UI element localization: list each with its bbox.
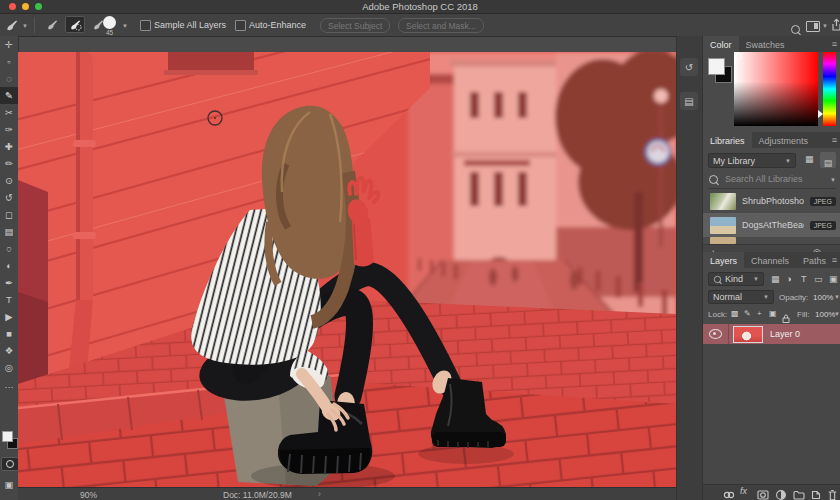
color-panel-menu-icon[interactable]: ≡	[832, 39, 837, 49]
history-panel-icon[interactable]: ↺	[680, 58, 698, 76]
panel-column: Color Swatches ≡ Libraries Adjustments ≡…	[702, 36, 840, 500]
layers-footer: fx	[703, 484, 840, 500]
library-item-type-badge: JPEG	[810, 221, 836, 230]
zoom-level-field[interactable]: 90%	[80, 490, 97, 500]
zoom-tool[interactable]: ◎	[0, 359, 18, 376]
dodge-tool[interactable]: ◐	[0, 257, 18, 274]
lock-paint-icon[interactable]: ✎	[744, 309, 751, 318]
gradient-tool[interactable]: ▤	[0, 223, 18, 240]
list-view-icon[interactable]: ▤	[820, 152, 836, 168]
tab-libraries[interactable]: Libraries	[703, 132, 752, 148]
grid-view-icon[interactable]: ▦	[805, 154, 814, 164]
status-bar: 90% Doc: 11.0M/20.9M ›	[18, 487, 676, 500]
eraser-tool[interactable]: ◻	[0, 206, 18, 223]
tab-layers[interactable]: Layers	[703, 252, 744, 268]
delete-layer-trash-icon[interactable]	[827, 487, 838, 500]
new-layer-icon[interactable]	[810, 487, 822, 500]
filter-shape-layers-icon[interactable]: ▭	[814, 274, 823, 284]
lock-move-icon[interactable]: +	[757, 309, 762, 318]
new-group-folder-icon[interactable]	[793, 487, 805, 500]
tool-preset-icon[interactable]	[5, 18, 19, 36]
add-to-selection-button[interactable]	[65, 16, 85, 33]
filter-adjustment-layers-icon[interactable]: ◑	[786, 274, 791, 284]
library-item-name: DogsAtTheBeach	[742, 220, 804, 230]
hand-tool[interactable]: ❖	[0, 342, 18, 359]
quick-mask-mode-button[interactable]	[1, 457, 19, 471]
color-field[interactable]	[734, 52, 818, 126]
tab-adjustments[interactable]: Adjustments	[752, 132, 816, 148]
filter-smart-objects-icon[interactable]: ▣	[829, 274, 838, 284]
layer-row-layer0[interactable]: Layer 0	[703, 324, 840, 344]
library-item-partial-thumbnail[interactable]	[710, 237, 736, 244]
foreground-color-swatch[interactable]	[2, 431, 13, 442]
properties-panel-icon[interactable]: ▤	[680, 92, 698, 110]
libraries-panel-menu-icon[interactable]: ≡	[832, 135, 837, 145]
tools-list: ✛▫◌✎✂✑✚✏⊙↺◻▤○◐✒T▶■❖◎…	[0, 36, 18, 393]
search-icon[interactable]	[791, 25, 800, 34]
library-item-shrubphotoshoot[interactable]: ShrubPhotoshoot JPEG	[703, 189, 840, 213]
link-layers-icon[interactable]	[723, 487, 735, 500]
share-icon[interactable]	[831, 18, 840, 36]
new-selection-button[interactable]	[42, 16, 62, 33]
panel-dock-strip: ↺ ▤	[676, 36, 703, 500]
layer-name[interactable]: Layer 0	[770, 329, 800, 339]
status-options-chevron-icon[interactable]: ›	[318, 489, 321, 499]
lock-artboard-icon[interactable]: ▣	[769, 309, 777, 318]
library-select-caret-icon: ▼	[785, 158, 791, 164]
opacity-caret-icon[interactable]: ▼	[834, 294, 840, 300]
brush-picker-caret-icon[interactable]: ▼	[122, 23, 128, 29]
add-layer-mask-icon[interactable]	[757, 487, 769, 500]
sample-all-layers-checkbox[interactable]	[140, 20, 151, 31]
library-search-input[interactable]	[723, 173, 819, 185]
shape-tool[interactable]: ■	[0, 325, 18, 342]
tab-channels[interactable]: Channels	[744, 252, 796, 268]
select-and-mask-button[interactable]: Select and Mask...	[398, 18, 484, 33]
auto-enhance-checkbox[interactable]	[235, 20, 246, 31]
search-caret-icon[interactable]: ▼	[830, 177, 836, 183]
brush-size-value: 45	[103, 29, 116, 36]
move-tool[interactable]: ✛	[0, 36, 18, 53]
filter-type-layers-icon[interactable]: T	[801, 274, 807, 284]
filter-pixel-layers-icon[interactable]: ▦	[771, 274, 780, 284]
lock-transparency-icon[interactable]: ▩	[731, 309, 739, 318]
healing-brush-tool[interactable]: ✚	[0, 138, 18, 155]
library-item-dogsatthebeach[interactable]: DogsAtTheBeach JPEG	[703, 213, 840, 237]
workspace-switcher-icon[interactable]	[806, 21, 820, 32]
layer-visibility-eye-icon[interactable]	[709, 329, 722, 339]
history-brush-tool[interactable]: ↺	[0, 189, 18, 206]
layer-style-fx-icon[interactable]: fx	[740, 486, 747, 496]
path-selection-tool[interactable]: ▶	[0, 308, 18, 325]
tool-preset-caret-icon[interactable]: ▼	[22, 23, 28, 29]
crop-tool[interactable]: ✂	[0, 104, 18, 121]
eyedropper-tool[interactable]: ✑	[0, 121, 18, 138]
tools-ellipsis[interactable]: …	[0, 376, 18, 393]
new-adjustment-layer-icon[interactable]	[775, 487, 787, 500]
hue-slider[interactable]	[823, 52, 836, 126]
fill-caret-icon[interactable]: ▼	[834, 311, 840, 317]
type-tool[interactable]: T	[0, 291, 18, 308]
workspace-caret-icon[interactable]: ▼	[822, 23, 828, 29]
brush-tool[interactable]: ✏	[0, 155, 18, 172]
pen-tool[interactable]: ✒	[0, 274, 18, 291]
fill-value[interactable]: 100%	[815, 310, 835, 319]
blend-mode-select[interactable]: Normal ▼	[708, 290, 774, 304]
blur-tool[interactable]: ○	[0, 240, 18, 257]
tab-color[interactable]: Color	[703, 36, 739, 52]
layers-panel-menu-icon[interactable]: ≡	[832, 255, 837, 265]
opacity-value[interactable]: 100%	[813, 293, 833, 302]
tab-paths[interactable]: Paths	[796, 252, 833, 268]
clone-stamp-tool[interactable]: ⊙	[0, 172, 18, 189]
library-item-name: ShrubPhotoshoot	[742, 196, 804, 206]
select-subject-button[interactable]: Select Subject	[320, 18, 390, 33]
tab-swatches[interactable]: Swatches	[739, 36, 792, 52]
layer-thumbnail[interactable]	[733, 326, 763, 343]
library-select[interactable]: My Library ▼	[708, 153, 796, 168]
layer-filter-kind-select[interactable]: Kind ▼	[708, 272, 764, 286]
marquee-tool[interactable]: ▫	[0, 53, 18, 70]
canvas[interactable]	[18, 52, 676, 487]
brush-preview-icon[interactable]	[103, 16, 116, 29]
quick-selection-tool[interactable]: ✎	[0, 87, 18, 104]
screen-mode-button[interactable]: ▣	[0, 476, 18, 493]
foreground-color-swatch[interactable]	[708, 58, 725, 75]
lasso-tool[interactable]: ◌	[0, 70, 18, 87]
